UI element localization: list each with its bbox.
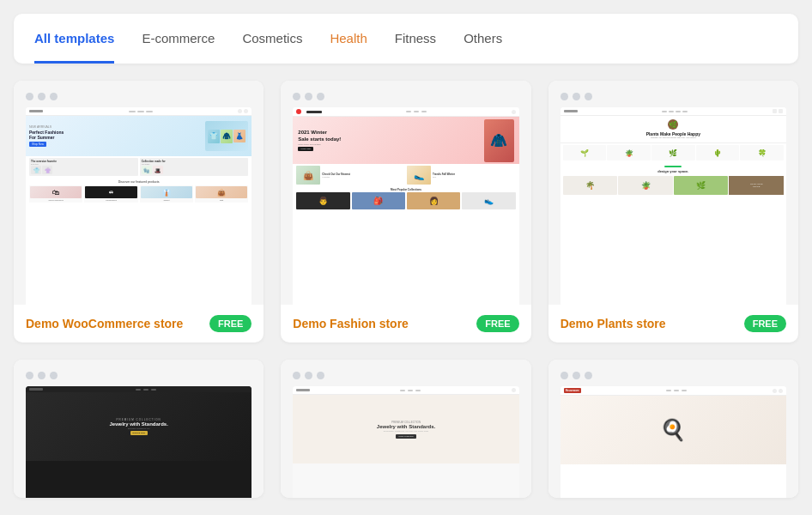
card-footer: Demo WooCommerce store FREE: [14, 305, 264, 342]
card-preview: NEW ARRIVALS Perfect FashionsFor Summer …: [14, 81, 264, 305]
dot: [317, 93, 324, 100]
templates-grid: NEW ARRIVALS Perfect FashionsFor Summer …: [14, 81, 798, 498]
mock-woocommerce: NEW ARRIVALS Perfect FashionsFor Summer …: [26, 107, 251, 305]
tabs-card: All templates E-commerce Cosmetics Healt…: [14, 14, 798, 64]
mock-dark-jewelry: PREMIUM COLLECTION Jewelry with Standard…: [26, 386, 251, 498]
template-card: PREMIUM COLLECTION Jewelry with Standard…: [14, 360, 264, 498]
dot: [561, 93, 568, 100]
dot: [38, 93, 45, 100]
dot: [317, 372, 324, 379]
dot: [293, 372, 300, 379]
dot: [305, 372, 312, 379]
card-footer: Demo Fashion store FREE: [281, 305, 530, 342]
mock-header: [26, 107, 251, 116]
dot: [293, 93, 300, 100]
dot: [585, 93, 592, 100]
free-badge[interactable]: FREE: [476, 315, 518, 332]
mock-plants: 🌿 Plants Make People Happy Helping you f…: [561, 107, 786, 305]
dot: [26, 372, 33, 379]
template-card: NEW ARRIVALS Perfect FashionsFor Summer …: [14, 81, 264, 342]
card-preview: 🌿 Plants Make People Happy Helping you f…: [548, 81, 798, 305]
mock-jewelry: PREMIUM COLLECTION Jewelry with Standard…: [293, 386, 518, 498]
card-preview: 2021 WinterSale starts today! Get up to …: [281, 81, 530, 305]
card-title: Demo Plants store: [561, 317, 666, 330]
tab-all-templates[interactable]: All templates: [34, 14, 114, 64]
card-dots: [26, 93, 251, 100]
card-screenshot[interactable]: NEW ARRIVALS Perfect FashionsFor Summer …: [26, 107, 251, 305]
card-title: Demo WooCommerce store: [26, 317, 183, 330]
dot: [561, 372, 568, 379]
template-card: Houseware 🍳: [548, 360, 798, 498]
dot: [50, 93, 58, 100]
tabs-nav: All templates E-commerce Cosmetics Healt…: [34, 14, 778, 64]
dot: [50, 372, 58, 379]
mock-houseware: Houseware 🍳: [561, 386, 786, 498]
mock-products: Discover our featured products 🛍 WooComm…: [26, 178, 251, 205]
tab-others[interactable]: Others: [464, 14, 502, 64]
card-dots: [561, 93, 786, 100]
mock-featured: The oversize favorite of all time 👕 👚 Co…: [26, 156, 251, 178]
dot: [305, 93, 312, 100]
template-card: 🌿 Plants Make People Happy Helping you f…: [548, 81, 798, 342]
card-screenshot[interactable]: 2021 WinterSale starts today! Get up to …: [293, 107, 518, 305]
page-container: All templates E-commerce Cosmetics Healt…: [14, 14, 798, 498]
card-dots: [293, 93, 518, 100]
free-badge[interactable]: FREE: [209, 315, 251, 332]
tab-fitness[interactable]: Fitness: [395, 14, 436, 64]
card-screenshot[interactable]: PREMIUM COLLECTION Jewelry with Standard…: [26, 386, 251, 498]
card-screenshot[interactable]: PREMIUM COLLECTION Jewelry with Standard…: [293, 386, 518, 498]
template-card: PREMIUM COLLECTION Jewelry with Standard…: [281, 360, 530, 498]
tab-ecommerce[interactable]: E-commerce: [142, 14, 215, 64]
card-footer: Demo Plants store FREE: [548, 305, 798, 342]
card-title: Demo Fashion store: [293, 317, 409, 330]
card-preview: Houseware 🍳: [548, 360, 798, 498]
dot: [585, 372, 592, 379]
card-preview: PREMIUM COLLECTION Jewelry with Standard…: [281, 360, 530, 498]
mock-hero: NEW ARRIVALS Perfect FashionsFor Summer …: [26, 116, 251, 156]
card-screenshot[interactable]: 🌿 Plants Make People Happy Helping you f…: [561, 107, 786, 305]
dot: [26, 93, 33, 100]
card-screenshot[interactable]: Houseware 🍳: [561, 386, 786, 498]
dot: [573, 93, 580, 100]
card-dots: [26, 372, 251, 379]
tab-cosmetics[interactable]: Cosmetics: [242, 14, 302, 64]
dot: [38, 372, 45, 379]
template-card: 2021 WinterSale starts today! Get up to …: [281, 81, 530, 342]
tab-health[interactable]: Health: [330, 14, 367, 64]
mock-fashion: 2021 WinterSale starts today! Get up to …: [293, 107, 518, 305]
card-dots: [293, 372, 518, 379]
card-preview: PREMIUM COLLECTION Jewelry with Standard…: [14, 360, 264, 498]
dot: [573, 372, 580, 379]
card-dots: [561, 372, 786, 379]
free-badge[interactable]: FREE: [744, 315, 786, 332]
